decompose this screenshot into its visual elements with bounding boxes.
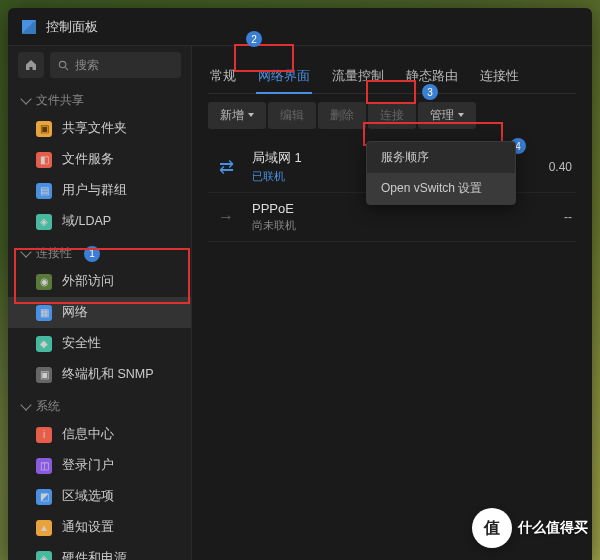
tab-network-interface[interactable]: 网络界面 xyxy=(256,60,312,93)
chevron-down-icon xyxy=(20,93,31,104)
connect-button[interactable]: 连接 xyxy=(368,102,416,129)
chevron-down-icon xyxy=(20,399,31,410)
add-button[interactable]: 新增 xyxy=(208,102,266,129)
file-service-icon: ◧ xyxy=(36,152,52,168)
search-input[interactable]: 搜索 xyxy=(50,52,181,78)
network-icon: ▦ xyxy=(36,305,52,321)
tab-traffic-control[interactable]: 流量控制 xyxy=(330,60,386,93)
toolbar: 新增 编辑 删除 连接 管理 xyxy=(208,94,576,137)
section-header-connectivity[interactable]: 连接性 1 xyxy=(8,237,191,266)
home-button[interactable] xyxy=(18,52,44,78)
watermark-text: 什么值得买 xyxy=(518,519,588,537)
menu-item-ovs-settings[interactable]: Open vSwitch 设置 xyxy=(367,173,515,204)
search-icon xyxy=(58,60,69,71)
sidebar-item-users[interactable]: ▤用户与群组 xyxy=(8,175,191,206)
titlebar: 控制面板 xyxy=(8,8,592,46)
sidebar-item-regional[interactable]: ◩区域选项 xyxy=(8,481,191,512)
tab-general[interactable]: 常规 xyxy=(208,60,238,93)
manage-button[interactable]: 管理 xyxy=(418,102,476,129)
interface-ip: 0.40 xyxy=(512,160,572,174)
sidebar-item-security[interactable]: ◆安全性 xyxy=(8,328,191,359)
lan-icon: ⇄ xyxy=(212,155,240,179)
search-placeholder: 搜索 xyxy=(75,57,99,74)
section-header-system[interactable]: 系统 xyxy=(8,390,191,419)
annotation-badge-1: 1 xyxy=(84,246,100,262)
terminal-icon: ▣ xyxy=(36,367,52,383)
interface-status: 尚未联机 xyxy=(252,218,500,233)
manage-dropdown: 服务顺序 Open vSwitch 设置 xyxy=(366,141,516,205)
info-icon: i xyxy=(36,427,52,443)
tab-static-route[interactable]: 静态路由 xyxy=(404,60,460,93)
chevron-down-icon xyxy=(20,246,31,257)
sidebar-item-terminal-snmp[interactable]: ▣终端机和 SNMP xyxy=(8,359,191,390)
hardware-icon: ◈ xyxy=(36,551,52,561)
delete-button[interactable]: 删除 xyxy=(318,102,366,129)
pppoe-icon: → xyxy=(212,205,240,229)
window-title: 控制面板 xyxy=(46,18,98,36)
sidebar-item-file-service[interactable]: ◧文件服务 xyxy=(8,144,191,175)
region-icon: ◩ xyxy=(36,489,52,505)
shield-icon: ◆ xyxy=(36,336,52,352)
sidebar-header: 搜索 xyxy=(8,46,191,84)
sidebar-item-info-center[interactable]: i信息中心 xyxy=(8,419,191,450)
sidebar-item-shared-folder[interactable]: ▣共享文件夹 xyxy=(8,113,191,144)
home-icon xyxy=(25,59,37,71)
sidebar-item-external-access[interactable]: ◉外部访问 xyxy=(8,266,191,297)
watermark: 值 什么值得买 xyxy=(472,508,588,548)
globe-icon: ◉ xyxy=(36,274,52,290)
app-icon xyxy=(22,20,36,34)
svg-line-1 xyxy=(65,67,68,70)
sidebar-item-hardware[interactable]: ◈硬件和电源 xyxy=(8,543,191,560)
folder-icon: ▣ xyxy=(36,121,52,137)
content-area: 常规 网络界面 流量控制 静态路由 连接性 新增 编辑 删除 连接 管理 ⇄ 局… xyxy=(192,46,592,560)
section-header-fileshare[interactable]: 文件共享 xyxy=(8,84,191,113)
ldap-icon: ◈ xyxy=(36,214,52,230)
interface-list: ⇄ 局域网 1 已联机 0.40 → PPPoE 尚未联机 -- xyxy=(208,141,576,242)
bell-icon: ▲ xyxy=(36,520,52,536)
user-icon: ▤ xyxy=(36,183,52,199)
tab-connectivity[interactable]: 连接性 xyxy=(478,60,521,93)
interface-ip: -- xyxy=(512,210,572,224)
edit-button[interactable]: 编辑 xyxy=(268,102,316,129)
interface-info: PPPoE 尚未联机 xyxy=(252,201,500,233)
sidebar-item-login-portal[interactable]: ◫登录门户 xyxy=(8,450,191,481)
tab-bar: 常规 网络界面 流量控制 静态路由 连接性 xyxy=(208,56,576,94)
main-area: 搜索 文件共享 ▣共享文件夹 ◧文件服务 ▤用户与群组 ◈域/LDAP 连接性 … xyxy=(8,46,592,560)
sidebar: 搜索 文件共享 ▣共享文件夹 ◧文件服务 ▤用户与群组 ◈域/LDAP 连接性 … xyxy=(8,46,192,560)
sidebar-item-ldap[interactable]: ◈域/LDAP xyxy=(8,206,191,237)
svg-point-0 xyxy=(59,61,65,67)
sidebar-item-network[interactable]: ▦网络 xyxy=(8,297,191,328)
control-panel-window: 控制面板 搜索 文件共享 ▣共享文件夹 ◧文件服务 ▤用户与群组 ◈域/LDAP xyxy=(8,8,592,560)
menu-item-service-order[interactable]: 服务顺序 xyxy=(367,142,515,173)
sidebar-item-notification[interactable]: ▲通知设置 xyxy=(8,512,191,543)
watermark-icon: 值 xyxy=(472,508,512,548)
login-icon: ◫ xyxy=(36,458,52,474)
